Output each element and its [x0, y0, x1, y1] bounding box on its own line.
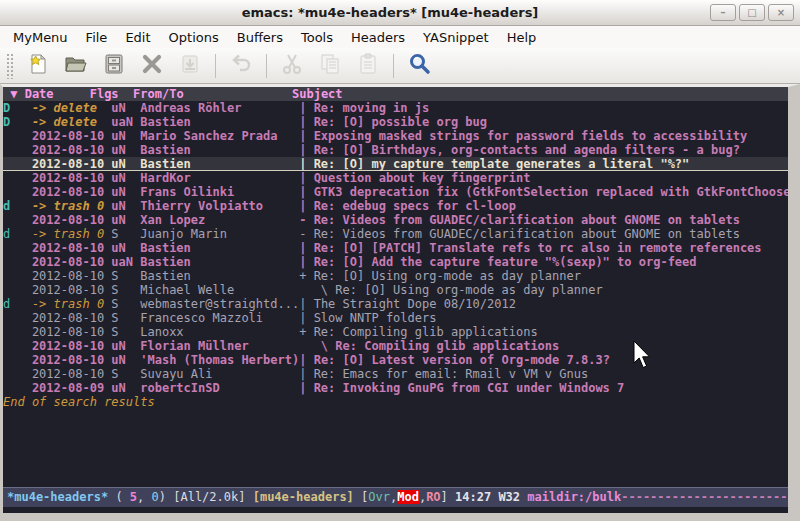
message-row[interactable]: d-> trash 0Swebmaster@straightd...| The …: [3, 297, 788, 311]
row-date: 2012-08-10: [32, 269, 111, 283]
message-row[interactable]: 2012-08-10uNBastien| Re: [O] [PATCH] Tra…: [3, 241, 788, 255]
row-flags: uN: [111, 213, 140, 227]
row-flags: uN: [111, 143, 140, 157]
menu-item-headers[interactable]: Headers: [342, 28, 414, 47]
cut-icon: [280, 52, 304, 80]
modeline-segment: RO: [426, 490, 440, 504]
buffer-empty-space: [3, 409, 788, 487]
mode-line: *mu4e-headers* ( 5, 0) [All/2.0k] [mu4e-…: [3, 487, 788, 507]
row-subject: | Re: [O] Add the capture feature "%(sex…: [299, 255, 788, 269]
row-flags: uN: [111, 129, 140, 143]
row-flags: S: [111, 367, 140, 381]
open-folder-icon: [64, 52, 88, 80]
message-row[interactable]: 2012-08-10uNBastien| Re: [O] Birthdays, …: [3, 143, 788, 157]
row-subject: | Re: [O] Birthdays, org-contacts and ag…: [299, 143, 788, 157]
message-row[interactable]: 2012-08-10uNBastien| Re: [O] my capture …: [3, 157, 788, 171]
message-row[interactable]: 2012-08-10uNMario Sanchez Prada| Exposin…: [3, 129, 788, 143]
row-date: 2012-08-10: [32, 213, 111, 227]
row-mark: [3, 367, 32, 381]
message-row[interactable]: d-> trash 0SJuanjo Marin- Re: Videos fro…: [3, 227, 788, 241]
row-date: 2012-08-10: [32, 367, 111, 381]
row-date: 2012-08-10: [32, 311, 111, 325]
row-subject: | Re: moving in js: [299, 101, 788, 115]
maximize-button[interactable]: □: [739, 4, 765, 21]
menu-item-tools[interactable]: Tools: [292, 28, 342, 47]
row-from: 'Mash (Thomas Herbert): [140, 353, 299, 367]
message-row[interactable]: d-> trash 0uNThierry Volpiatto| Re: edeb…: [3, 199, 788, 213]
message-row[interactable]: D-> deleteuNAndreas Röhler| Re: moving i…: [3, 101, 788, 115]
row-flags: uN: [111, 241, 140, 255]
row-date: 2012-08-10: [32, 129, 111, 143]
row-flags: S: [111, 269, 140, 283]
menu-item-help[interactable]: Help: [498, 28, 546, 47]
copy-button[interactable]: [313, 51, 347, 81]
undo-button[interactable]: [224, 51, 258, 81]
paste-button[interactable]: [351, 51, 385, 81]
toolbar-drag-handle-icon[interactable]: [6, 53, 13, 79]
row-subject: | Re: [O] Latest version of Org-mode 7.8…: [299, 353, 788, 367]
message-row[interactable]: 2012-08-10SLanoxx+ Re: Compiling glib ap…: [3, 325, 788, 339]
row-mark: [3, 213, 32, 227]
row-flags: S: [111, 227, 140, 241]
save-icon: [102, 52, 126, 80]
row-subject: | Re: [O] possible org bug: [299, 115, 788, 129]
message-row[interactable]: 2012-08-10uNFrans Oilinki| GTK3 deprecat…: [3, 185, 788, 199]
modeline-segment: *mu4e-headers*: [7, 490, 108, 504]
message-row[interactable]: 2012-08-10SBastien+ Re: [O] Using org-mo…: [3, 269, 788, 283]
search-button[interactable]: [402, 51, 436, 81]
toolbar-separator: [266, 54, 267, 78]
menu-item-buffers[interactable]: Buffers: [228, 28, 292, 47]
menu-item-file[interactable]: File: [77, 28, 117, 47]
message-row[interactable]: 2012-08-10SSuvayu Ali| Re: Emacs for ema…: [3, 367, 788, 381]
message-row[interactable]: 2012-08-10uNXan Lopez- Re: Videos from G…: [3, 213, 788, 227]
message-row[interactable]: 2012-08-10uN'Mash (Thomas Herbert)| Re: …: [3, 353, 788, 367]
row-from: Frans Oilinki: [140, 185, 299, 199]
row-subject: | Re: Invoking GnuPG from CGI under Wind…: [299, 381, 788, 395]
close-button[interactable]: [135, 51, 169, 81]
menu-item-edit[interactable]: Edit: [116, 28, 159, 47]
cut-button[interactable]: [275, 51, 309, 81]
paste-icon: [356, 52, 380, 80]
save-button[interactable]: [97, 51, 131, 81]
row-from: Thierry Volpiatto: [140, 199, 299, 213]
message-row[interactable]: D-> deleteuaNBastien| Re: [O] possible o…: [3, 115, 788, 129]
message-row[interactable]: 2012-08-10uNFlorian Müllner \ Re: Compil…: [3, 339, 788, 353]
row-date: 2012-08-09: [32, 381, 111, 395]
row-mark: d: [3, 227, 32, 241]
menu-item-mymenu[interactable]: MyMenu: [4, 28, 77, 47]
row-date: -> trash 0: [32, 297, 111, 311]
row-date: 2012-08-10: [32, 171, 111, 185]
row-date: -> delete: [32, 115, 111, 129]
row-subject: | GTK3 deprecation fix (GtkFontSelection…: [299, 185, 788, 199]
open-folder-button[interactable]: [59, 51, 93, 81]
toolbar: [0, 48, 800, 84]
row-from: Michael Welle: [140, 283, 299, 297]
save-as-button[interactable]: [173, 51, 207, 81]
new-file-button[interactable]: [21, 51, 55, 81]
close-icon: [140, 52, 164, 80]
row-from: Suvayu Ali: [140, 367, 299, 381]
row-mark: d: [3, 199, 32, 213]
menu-item-yasnippet[interactable]: YASnippet: [414, 28, 498, 47]
row-subject: + Re: [O] Using org-mode as day planner: [299, 269, 788, 283]
minimize-button[interactable]: –: [710, 4, 736, 21]
message-row[interactable]: 2012-08-10SMichael Welle \ Re: [O] Using…: [3, 283, 788, 297]
row-subject: + Re: Compiling glib applications: [299, 325, 788, 339]
row-from: Florian Müllner: [140, 339, 299, 353]
row-subject: | Slow NNTP folders: [299, 311, 788, 325]
new-file-icon: [26, 52, 50, 80]
row-from: Bastien: [140, 241, 299, 255]
message-row[interactable]: 2012-08-09uNrobertcInSD| Re: Invoking Gn…: [3, 381, 788, 395]
row-flags: S: [111, 297, 140, 311]
row-date: -> delete: [32, 101, 111, 115]
menu-item-options[interactable]: Options: [160, 28, 228, 47]
message-row[interactable]: 2012-08-10uaNBastien| Re: [O] Add the ca…: [3, 255, 788, 269]
window-title: emacs: *mu4e-headers* [mu4e-headers]: [0, 5, 710, 20]
close-button[interactable]: ×: [768, 4, 794, 21]
message-row[interactable]: 2012-08-10SFrancesco Mazzoli| Slow NNTP …: [3, 311, 788, 325]
modeline-segment: Ovr: [368, 490, 390, 504]
row-mark: D: [3, 115, 32, 129]
row-mark: [3, 311, 32, 325]
row-mark: [3, 129, 32, 143]
message-row[interactable]: 2012-08-10uNHardKor| Question about key …: [3, 171, 788, 185]
